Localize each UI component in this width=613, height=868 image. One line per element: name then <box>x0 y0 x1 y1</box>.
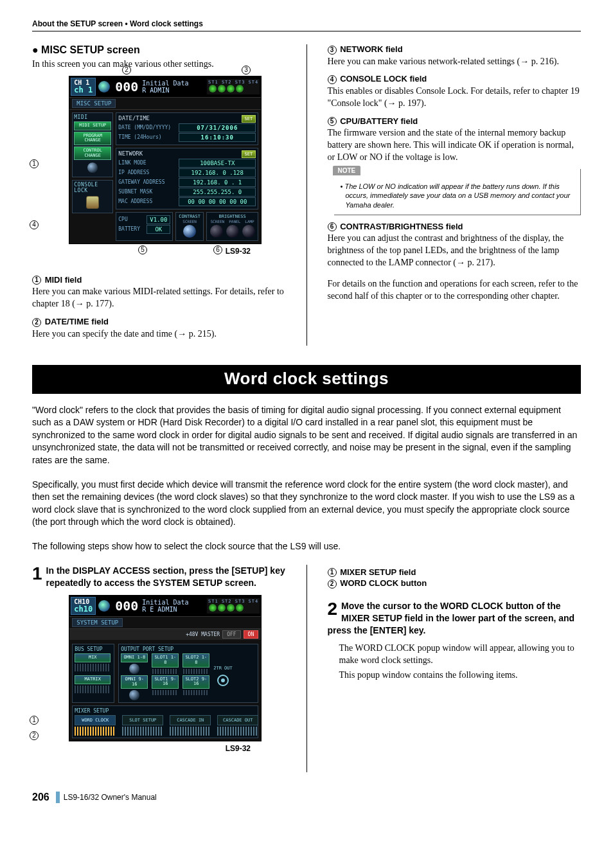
master-bar: +48V MASTER OFF ON <box>69 629 261 640</box>
misc-setup-screenshot: CH 1 ch 1 000 Initial Data R ADMIN ST1 S… <box>69 76 262 244</box>
step-2-body-1: The WORD CLOCK popup window will appear,… <box>339 642 582 667</box>
console-lock-section: CONSOLE LOCK <box>72 180 113 213</box>
battery-value: OK <box>147 225 170 234</box>
slot1-9-16-button[interactable]: SLOT1 9-16 <box>152 675 179 689</box>
contrast-box: CONTRAST SCREEN <box>175 212 204 241</box>
date-label: DATE (MM/DD/YYYY) <box>118 125 176 130</box>
time-label: TIME (24Hours) <box>118 134 176 140</box>
system-setup-screenshot: CH10 ch10 000 Initial Data R E ADMIN ST1… <box>69 595 262 741</box>
ip-value[interactable]: 192.168. 0 .128 <box>179 168 256 177</box>
matrix-button[interactable]: MATRIX <box>75 675 111 684</box>
callout-2-top: 2 <box>122 66 132 75</box>
mixer-setup-group: MIXER SETUP WORD CLOCK SLOT SETUP <box>72 705 258 738</box>
sys-channel-box: CH10 ch10 <box>71 597 96 615</box>
mac-value: 00 00 00 00 00 00 <box>179 197 256 206</box>
gateway-value[interactable]: 192.168. 0 . 1 <box>179 178 256 187</box>
channel-box: CH 1 ch 1 <box>71 78 96 96</box>
field-1-heading: 1 MIDI field <box>32 275 286 285</box>
step-2-body-2: This popup window contains the following… <box>339 669 582 682</box>
field-2-heading: 2 DATE/TIME field <box>32 317 286 327</box>
slot-setup-button[interactable]: SLOT SETUP <box>122 715 163 725</box>
page-number: 206 <box>32 792 49 803</box>
cpu-battery-section: CPUV1.00 BATTERYOK <box>116 212 173 241</box>
sys-scene-number: 000 <box>115 598 138 614</box>
midi-setup-button[interactable]: MIDI SETUP <box>74 121 111 130</box>
2tr-out-label: 2TR OUT <box>213 666 233 671</box>
field-1-body: Here you can make various MIDI-related s… <box>32 286 286 310</box>
misc-setup-heading: MISC SETUP screen <box>32 44 286 56</box>
mix-button[interactable]: MIX <box>75 653 111 662</box>
brightness-box: BRIGHTNESS SCREENPANELLAMP <box>206 212 258 241</box>
omni-9-16-button[interactable]: OMNI 9-16 <box>121 675 148 689</box>
step-1-number: 1 <box>32 565 42 583</box>
note-box: NOTE • The LOW or NO indication will app… <box>334 169 582 215</box>
sys-channel-name: ch10 <box>74 605 93 613</box>
note-text: • The LOW or NO indication will appear i… <box>339 182 576 209</box>
intro-paragraph-3: The following steps show how to select t… <box>32 540 581 553</box>
slot2-1-8-button[interactable]: SLOT2 1-8 <box>182 653 209 667</box>
callout-4-left: 4 <box>30 220 40 229</box>
output-port-group: OUTPUT PORT SETUP OMNI 1-8 OMNI 9-16 SLO… <box>118 644 258 703</box>
phantom-off-button[interactable]: OFF <box>222 630 240 639</box>
sys-scene-name: Initial Data R E ADMIN <box>142 599 188 613</box>
subnet-label: SUBNET MASK <box>118 189 176 195</box>
lock-icon[interactable] <box>86 196 99 209</box>
contrast-knob[interactable] <box>183 225 196 238</box>
step-2-heading: Move the cursor to the WORD CLOCK button… <box>328 600 582 637</box>
network-set-button[interactable]: SET <box>242 150 256 158</box>
field-4-heading: 4 CONSOLE LOCK field <box>328 74 582 84</box>
mac-label: MAC ADDRESS <box>118 199 176 204</box>
omni-1-8-button[interactable]: OMNI 1-8 <box>121 653 148 662</box>
brightness-lamp-knob[interactable] <box>242 225 255 238</box>
slot2-9-16-button[interactable]: SLOT2 9-16 <box>182 675 209 689</box>
ip-label: IP ADDRESS <box>118 170 176 175</box>
cpu-label: CPU <box>118 217 144 222</box>
word-clock-button[interactable]: WORD CLOCK <box>75 715 116 725</box>
cascade-out-button[interactable]: CASCADE OUT <box>217 715 258 725</box>
misc-setup-tab: MISC SETUP <box>72 99 116 108</box>
cascade-in-button[interactable]: CASCADE IN <box>170 715 211 725</box>
page-footer: 206 LS9-16/32 Owner's Manual <box>32 792 581 803</box>
page-header: About the SETUP screen • Word clock sett… <box>32 19 581 31</box>
brightness-screen-knob[interactable] <box>210 225 223 238</box>
field-5-heading: 5 CPU/BATTERY field <box>328 116 582 127</box>
omni-9-16-knob-icon <box>129 690 139 700</box>
closing-text: For details on the function and operatio… <box>328 278 582 303</box>
control-change-button[interactable]: CONTROL CHANGE <box>74 146 111 160</box>
subnet-value[interactable]: 255.255.255. 0 <box>179 188 256 197</box>
note-label: NOTE <box>333 166 361 175</box>
field-3-body: Here you can make various network-relate… <box>328 56 582 68</box>
sys-knob-icon <box>98 600 110 612</box>
intro-paragraph-2: Specifically, you must first decide whic… <box>32 479 581 529</box>
callout-6-bottom: 6 <box>213 245 224 254</box>
section-banner: Word clock settings <box>32 365 581 394</box>
gateway-label: GATEWAY ADDRESS <box>118 179 176 185</box>
link-mode-value[interactable]: 100BASE-TX <box>179 159 256 168</box>
system-setup-tab: SYSTEM SETUP <box>72 618 123 627</box>
intro-paragraph-1: "Word clock" refers to the clock that pr… <box>32 404 581 467</box>
slot1-1-8-button[interactable]: SLOT1 1-8 <box>152 653 179 667</box>
field-2-body: Here you can specify the date and time (… <box>32 328 286 341</box>
cpu-value: V1.00 <box>147 215 170 224</box>
field-5-body: The firmware version and the state of th… <box>328 127 582 164</box>
channel-name: ch 1 <box>74 86 93 94</box>
network-section: NETWORK SET LINK MODE100BASE-TX IP ADDRE… <box>116 148 258 209</box>
system-figure-caption: LS9-32 <box>45 744 251 753</box>
column-divider <box>306 44 307 346</box>
step-2-number: 2 <box>328 600 338 618</box>
datetime-set-button[interactable]: SET <box>242 115 256 123</box>
scene-name: Initial Data R ADMIN <box>142 80 188 94</box>
phantom-on-button[interactable]: ON <box>244 630 259 639</box>
callout-3-top: 3 <box>242 66 252 75</box>
2tr-out-icon[interactable] <box>217 675 229 686</box>
field-6-body: Here you can adjust the contrast and bri… <box>328 233 582 269</box>
sys-st-indicators: ST1 ST2 ST3 ST4 <box>207 598 260 614</box>
st-indicators: ST1 ST2 ST3 ST4 <box>207 79 260 94</box>
date-value[interactable]: 07/31/2006 <box>179 123 256 132</box>
program-change-button[interactable]: PROGRAM CHANGE <box>74 132 111 145</box>
brightness-panel-knob[interactable] <box>226 225 239 238</box>
callout-1-left: 1 <box>30 159 40 168</box>
field-4-body: This enables or disables Console Lock. F… <box>328 85 582 110</box>
step-1-heading: In the DISPLAY ACCESS section, press the… <box>32 565 286 589</box>
time-value[interactable]: 16:10:30 <box>179 133 256 142</box>
